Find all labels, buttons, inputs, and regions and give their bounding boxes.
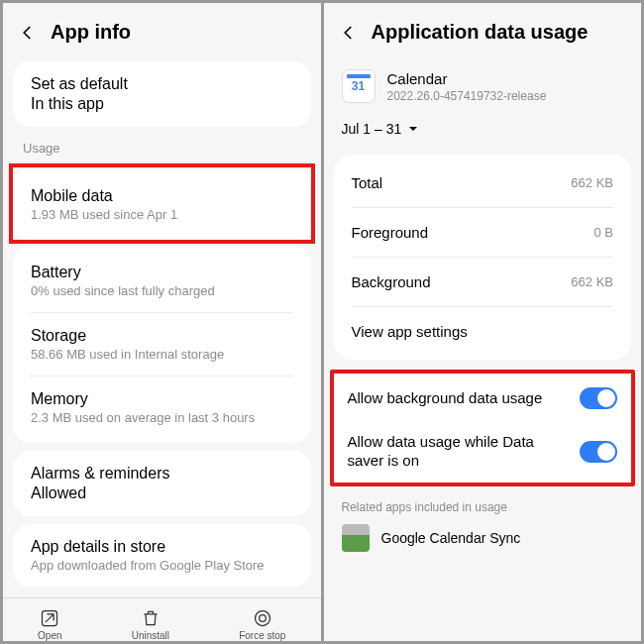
app-version: 2022.26.0-457419732-release bbox=[387, 89, 547, 103]
uninstall-button[interactable]: Uninstall bbox=[132, 608, 169, 641]
open-button[interactable]: Open bbox=[38, 608, 61, 641]
open-icon bbox=[40, 608, 59, 628]
app-name: Calendar bbox=[387, 70, 547, 87]
set-as-default[interactable]: Set as default In this app bbox=[13, 61, 311, 127]
header-app-data-usage: Application data usage bbox=[324, 3, 642, 57]
back-icon[interactable] bbox=[19, 24, 37, 42]
force-stop-button[interactable]: Force stop bbox=[239, 608, 285, 641]
page-title: Application data usage bbox=[372, 21, 589, 44]
allow-data-saver-toggle[interactable] bbox=[580, 441, 617, 463]
calendar-sync-icon bbox=[342, 524, 370, 552]
total-row: Total 662 KB bbox=[334, 159, 632, 207]
foreground-row: Foreground 0 B bbox=[334, 208, 632, 257]
related-app-row[interactable]: Google Calendar Sync bbox=[324, 518, 642, 552]
related-apps-label: Related apps included in usage bbox=[324, 490, 642, 518]
chevron-down-icon bbox=[407, 123, 419, 135]
storage-item[interactable]: Storage 58.66 MB used in Internal storag… bbox=[13, 313, 311, 376]
alarms-item[interactable]: Alarms & reminders Allowed bbox=[13, 451, 311, 516]
app-identity: 31 Calendar 2022.26.0-457419732-release bbox=[324, 57, 642, 109]
memory-item[interactable]: Memory 2.3 MB used on average in last 3 … bbox=[13, 376, 311, 439]
allow-data-saver-toggle-row: Allow data usage while Data saver is on bbox=[334, 421, 632, 483]
battery-item[interactable]: Battery 0% used since last fully charged bbox=[13, 250, 311, 312]
page-title: App info bbox=[51, 21, 131, 44]
mobile-data-item[interactable]: Mobile data 1.93 MB used since Apr 1 bbox=[13, 173, 311, 236]
back-icon[interactable] bbox=[340, 24, 358, 42]
allow-background-toggle[interactable] bbox=[580, 387, 617, 409]
header-app-info: App info bbox=[3, 3, 321, 57]
background-row: Background 662 KB bbox=[334, 258, 632, 306]
date-range-selector[interactable]: Jul 1 – 31 bbox=[324, 109, 642, 151]
allow-background-toggle-row: Allow background data usage bbox=[334, 376, 632, 421]
trash-icon bbox=[141, 608, 161, 628]
svg-point-1 bbox=[255, 611, 269, 626]
usage-section-label: Usage bbox=[3, 131, 321, 161]
calendar-app-icon: 31 bbox=[342, 69, 376, 103]
stop-icon bbox=[253, 608, 272, 628]
view-app-settings[interactable]: View app settings bbox=[334, 307, 632, 356]
store-item[interactable]: App details in store App downloaded from… bbox=[13, 524, 311, 587]
svg-point-2 bbox=[259, 615, 266, 622]
